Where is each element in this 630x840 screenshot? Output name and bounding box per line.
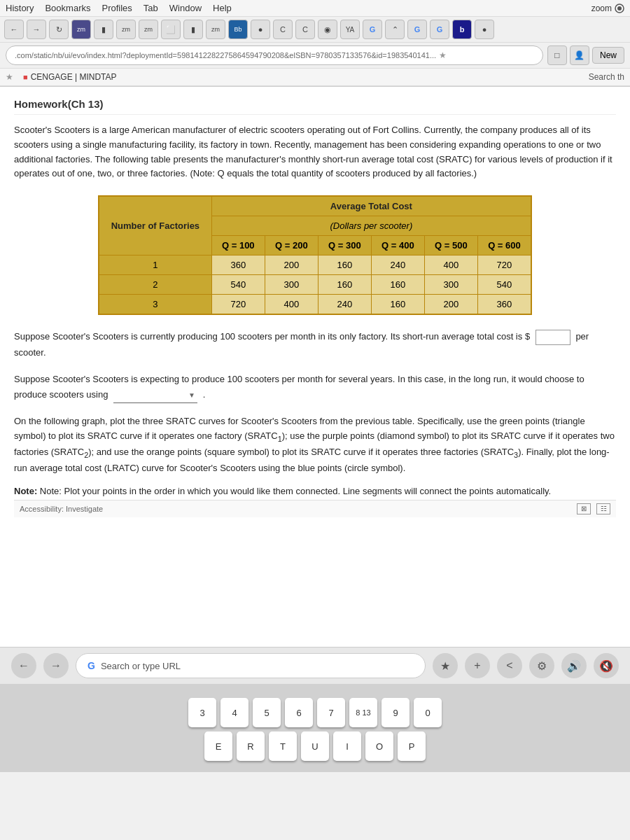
menu-bar: History Bookmarks Profiles Tab Window He… (0, 0, 630, 17)
zoom-label: zoom (592, 4, 612, 13)
row2-q100: 540 (211, 275, 265, 295)
toolbar: ← → ↻ zm ▮ zm zm ⬜ ▮ zm Bb ● C C ◉ YA G … (0, 17, 630, 43)
row1-q400: 240 (371, 255, 424, 275)
key-6[interactable]: 6 (285, 698, 313, 727)
key-9[interactable]: 9 (382, 698, 410, 727)
tab-icon6[interactable]: ▮ (183, 20, 203, 39)
col-q200: Q = 200 (265, 236, 318, 255)
key-4[interactable]: 4 (220, 698, 248, 727)
row3-q100: 720 (211, 295, 265, 315)
tab-icon5[interactable]: ⬜ (161, 20, 181, 39)
volume-button[interactable]: 🔊 (561, 653, 587, 678)
forward-nav-button[interactable]: → (43, 653, 69, 678)
profile-button[interactable]: 👤 (570, 46, 589, 65)
key-e[interactable]: E (204, 732, 232, 761)
tab-icon4[interactable]: zm (139, 20, 158, 39)
mute-button[interactable]: 🔇 (594, 653, 619, 678)
row1-q100: 360 (211, 255, 265, 275)
q2-suffix: . (203, 389, 206, 400)
key-u[interactable]: U (301, 732, 329, 761)
page-title: Homework(Ch 13) (14, 98, 616, 115)
grid-view-button[interactable]: ⊠ (577, 503, 591, 514)
tab-icon3[interactable]: zm (116, 20, 136, 39)
settings-nav-button[interactable]: ⚙ (529, 653, 554, 678)
back-nav-button[interactable]: ← (11, 653, 36, 678)
row2-q600: 540 (477, 275, 531, 295)
key-i[interactable]: I (333, 732, 361, 761)
search-bar[interactable]: G Search or type URL (76, 653, 426, 678)
tab-g3[interactable]: G (430, 20, 449, 39)
q2-dropdown[interactable]: ▼ (113, 387, 197, 403)
keyboard-row-letters: E R T U I O P (7, 732, 623, 761)
key-8-13[interactable]: 8 13 (349, 698, 377, 727)
accessibility-label[interactable]: Accessibility: Investigate (20, 505, 103, 513)
forward-button[interactable]: → (27, 20, 46, 39)
tab-icon10[interactable]: ⌃ (385, 20, 405, 39)
row3-q400: 160 (371, 295, 424, 315)
key-r[interactable]: R (237, 732, 265, 761)
list-view-button[interactable]: ☷ (596, 503, 610, 514)
bookmark-cengage-label: CENGAGE | MINDTAP (31, 72, 117, 82)
menu-history[interactable]: History (6, 3, 34, 13)
key-5[interactable]: 5 (253, 698, 281, 727)
row1-q600: 720 (477, 255, 531, 275)
sratc-table: Number of Factories Average Total Cost (… (98, 195, 532, 315)
question-3: On the following graph, plot the three S… (14, 414, 616, 475)
data-table-container: Number of Factories Average Total Cost (… (98, 195, 532, 315)
row1-q200: 200 (265, 255, 318, 275)
tab-b1[interactable]: b (452, 20, 472, 39)
tab-icon7[interactable]: zm (206, 20, 225, 39)
address-bar-row: .com/static/nb/ui/evo/index.html?deploym… (0, 43, 630, 69)
chevron-down-icon[interactable]: ▼ (186, 389, 197, 400)
tab-c1[interactable]: C (273, 20, 293, 39)
row3-q200: 400 (265, 295, 318, 315)
back-bracket-button[interactable]: < (497, 653, 522, 678)
row1-factories: 1 (99, 255, 211, 275)
q1-answer-input[interactable] (536, 330, 570, 345)
key-0[interactable]: 0 (414, 698, 442, 727)
address-bar[interactable]: .com/static/nb/ui/evo/index.html?deploym… (6, 46, 543, 65)
key-p[interactable]: P (398, 732, 426, 761)
row2-q400: 160 (371, 275, 424, 295)
star-icon[interactable]: ★ (439, 50, 447, 60)
tab-g2[interactable]: G (407, 20, 427, 39)
key-3[interactable]: 3 (188, 698, 216, 727)
tab-ya[interactable]: YA (340, 20, 360, 39)
q2-prefix: Suppose Scooter's Scooters is expecting … (14, 374, 584, 400)
row3-factories: 3 (99, 295, 211, 315)
tab-icon9[interactable]: ◉ (318, 20, 337, 39)
view-controls: ⊠ ☷ (577, 503, 610, 514)
menu-help[interactable]: Help (213, 3, 232, 13)
tab-g1[interactable]: G (363, 20, 382, 39)
new-button[interactable]: New (592, 47, 624, 64)
bookmarks-bar: ★ ■ CENGAGE | MINDTAP Search th (0, 69, 630, 86)
keyboard-row-numbers: 3 4 5 6 7 8 13 9 0 (7, 698, 623, 727)
row3-q600: 360 (477, 295, 531, 315)
tab-zm1[interactable]: zm (71, 20, 91, 39)
zoom-icon (615, 4, 624, 13)
browser-actions: □ 👤 New (547, 46, 624, 65)
q1-prefix: Suppose Scooter's Scooters is currently … (14, 331, 522, 342)
tab-icon2[interactable]: ▮ (94, 20, 113, 39)
bottom-nav: ← → G Search or type URL ★ + < ⚙ 🔊 🔇 (0, 647, 630, 684)
share-button[interactable]: □ (547, 46, 567, 65)
reload-button[interactable]: ↻ (49, 20, 69, 39)
back-button[interactable]: ← (4, 20, 24, 39)
add-tab-button[interactable]: + (465, 653, 490, 678)
tab-icon11[interactable]: ● (475, 20, 494, 39)
key-7[interactable]: 7 (317, 698, 345, 727)
browser-chrome: History Bookmarks Profiles Tab Window He… (0, 0, 630, 87)
tab-c2[interactable]: C (295, 20, 315, 39)
key-o[interactable]: O (365, 732, 393, 761)
menu-bookmarks[interactable]: Bookmarks (45, 3, 90, 13)
menu-profiles[interactable]: Profiles (102, 3, 132, 13)
tab-icon8[interactable]: ● (251, 20, 270, 39)
note-block: Note: Note: Plot your points in the orde… (14, 484, 616, 499)
menu-window[interactable]: Window (169, 3, 202, 13)
menu-tab[interactable]: Tab (144, 3, 158, 13)
tab-bb[interactable]: Bb (228, 20, 248, 39)
key-t[interactable]: T (269, 732, 297, 761)
bookmark-cengage[interactable]: ■ CENGAGE | MINDTAP (19, 71, 121, 83)
bookmark-nav-button[interactable]: ★ (433, 653, 458, 678)
col-q600: Q = 600 (477, 236, 531, 255)
